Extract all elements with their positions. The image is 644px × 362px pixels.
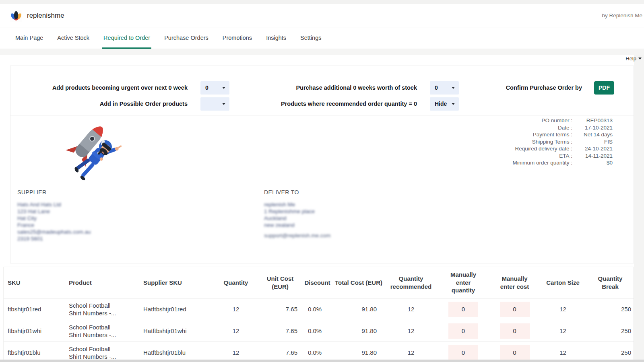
- cell-quantity: 12: [214, 320, 258, 341]
- zero-quantity-value: Hide: [435, 101, 447, 107]
- manual-quantity-input[interactable]: 0: [448, 345, 478, 360]
- table-body: ftbshtjr01redSchool FootballShirt Number…: [4, 298, 634, 362]
- address-line: sales25@madeuphats.com.au: [17, 228, 91, 235]
- address-line: France: [17, 222, 91, 228]
- column-header-manually-enter-cost: Manually enter cost: [489, 267, 540, 298]
- urgent-products-label: Add products becoming urgent over next 0…: [10, 84, 188, 91]
- tab-required-to-order[interactable]: Required to Order: [103, 27, 150, 49]
- app-header: replenishme by Replenish Me: [0, 4, 644, 27]
- product-name-line: School Football: [69, 345, 110, 353]
- urgent-products-dropdown[interactable]: 0: [200, 81, 229, 95]
- po-detail-row: PO numberREP00313: [512, 117, 613, 124]
- po-detail-label: Date: [558, 124, 572, 132]
- cell-quantity: 12: [214, 298, 258, 320]
- cell-quantity-break: 250: [586, 320, 634, 341]
- cell-discount: 0.0%: [302, 320, 332, 341]
- column-header-quantity-recommended: Quantity recommended: [385, 267, 437, 298]
- cell-quantity-break: 250: [586, 298, 634, 320]
- column-header-sku: SKU: [4, 267, 65, 298]
- address-line: Hats And Hats Ltd: [17, 201, 91, 208]
- tab-purchase-orders[interactable]: Purchase Orders: [164, 27, 208, 49]
- manual-cost-input[interactable]: 0: [500, 345, 530, 360]
- address-line: 2319 5601: [17, 235, 91, 242]
- po-detail-label: ETA: [559, 152, 572, 160]
- po-detail-row: Payment termsNet 14 days: [512, 131, 613, 138]
- deliver-to-email-redacted: support@replenish.me.com: [264, 232, 330, 239]
- column-header-product: Product: [65, 267, 139, 298]
- zero-quantity-dropdown[interactable]: Hide: [430, 97, 459, 111]
- column-header-carton-size: Carton Size: [540, 267, 586, 298]
- right-gutter: [634, 55, 644, 362]
- tab-promotions[interactable]: Promotions: [223, 27, 252, 49]
- cell-total-cost: 91.80: [332, 320, 385, 341]
- cell-supplier-sku: Hatftbshtjr01red: [139, 298, 214, 320]
- manual-quantity-input[interactable]: 0: [448, 302, 478, 317]
- product-name-line: School Football: [69, 323, 110, 331]
- cell-quantity-break: 250: [586, 342, 634, 362]
- cell-manual-cost: 0: [489, 298, 540, 320]
- horizontal-scrollbar[interactable]: [0, 360, 644, 362]
- column-header-label: Quantity recommended: [385, 275, 437, 291]
- po-detail-row: Shipping TermsFIS: [512, 138, 613, 146]
- po-detail-value: FIS: [572, 138, 613, 146]
- po-detail-value: 24-10-2021: [572, 145, 613, 152]
- cell-product: School FootballShirt Numbers -...: [65, 298, 139, 320]
- column-header-label: Quantity Break: [594, 275, 627, 291]
- chevron-down-icon: [452, 103, 455, 105]
- cell-manual-cost: 0: [489, 320, 540, 341]
- table-row: ftbshtjr01redSchool FootballShirt Number…: [4, 298, 634, 320]
- help-menu[interactable]: Help: [625, 56, 642, 62]
- po-detail-label: Required delivery date: [515, 145, 572, 152]
- manual-cost-input[interactable]: 0: [500, 323, 530, 339]
- cell-sku: ftbshtjr01whi: [4, 320, 65, 341]
- po-detail-row: Minimum order quantity$0: [512, 159, 613, 167]
- additional-weeks-dropdown[interactable]: 0: [430, 81, 459, 95]
- deliver-to-block: DELIVER TO replenish Me1 Replenishme pla…: [264, 189, 330, 239]
- po-detail-row: Required delivery date24-10-2021: [512, 145, 613, 152]
- po-detail-label: Minimum order quantity: [512, 159, 572, 167]
- po-detail-row: ETA14-11-2021: [512, 152, 613, 160]
- urgent-products-value: 0: [205, 84, 208, 91]
- replenishme-logo-icon: [10, 10, 22, 22]
- column-header-total-cost-eur-: Total Cost (EUR): [332, 267, 385, 298]
- rocket-man-mascot-illustration: [53, 117, 139, 182]
- possible-order-dropdown[interactable]: [200, 97, 229, 111]
- chevron-down-icon: [452, 87, 455, 89]
- cell-carton-size: 12: [540, 342, 586, 362]
- table-row: ftbshtjr01bluSchool FootballShirt Number…: [4, 342, 634, 362]
- column-header-label: Unit Cost (EUR): [258, 275, 302, 291]
- pdf-button[interactable]: PDF: [594, 81, 614, 95]
- cell-sku: ftbshtjr01blu: [4, 342, 65, 362]
- supplier-block: SUPPLIER Hats And Hats Ltd123 Hat LaneHa…: [17, 189, 91, 242]
- address-line: new zealand: [264, 222, 330, 228]
- po-detail-label: Shipping Terms: [532, 138, 572, 146]
- tab-insights[interactable]: Insights: [266, 27, 286, 49]
- cell-quantity-recommended: 12: [385, 342, 437, 362]
- cell-manual-quantity: 0: [437, 342, 489, 362]
- cell-product: School FootballShirt Numbers -...: [65, 342, 139, 362]
- po-detail-value: $0: [572, 159, 613, 167]
- cell-manual-cost: 0: [489, 342, 540, 362]
- deliver-to-address-redacted: replenish Me1 Replenishme placeAucklandn…: [264, 201, 330, 228]
- address-line: Auckland: [264, 215, 330, 222]
- manual-quantity-input[interactable]: 0: [448, 323, 478, 339]
- tab-settings[interactable]: Settings: [300, 27, 321, 49]
- product-name-line: Shirt Numbers -...: [69, 353, 116, 360]
- column-header-label: Supplier SKU: [143, 279, 182, 287]
- cell-product: School FootballShirt Numbers -...: [65, 320, 139, 341]
- manual-cost-input[interactable]: 0: [500, 302, 530, 317]
- table-row: ftbshtjr01whiSchool FootballShirt Number…: [4, 320, 634, 342]
- product-name-line: Shirt Numbers -...: [69, 331, 116, 339]
- chevron-down-icon: [222, 87, 225, 89]
- column-header-discount: Discount: [302, 267, 332, 298]
- tab-main-page[interactable]: Main Page: [15, 27, 43, 49]
- purchase-order-panel: Add products becoming urgent over next 0…: [10, 66, 634, 263]
- tab-active-stock[interactable]: Active Stock: [57, 27, 89, 49]
- chevron-down-icon: [638, 58, 642, 60]
- column-header-quantity: Quantity: [214, 267, 258, 298]
- help-label: Help: [625, 56, 636, 62]
- po-detail-label: PO number: [541, 117, 572, 124]
- zero-quantity-label: Products where recommended order quantit…: [229, 101, 417, 107]
- cell-unit-cost: 7.65: [258, 298, 302, 320]
- column-header-label: Total Cost (EUR): [335, 279, 382, 287]
